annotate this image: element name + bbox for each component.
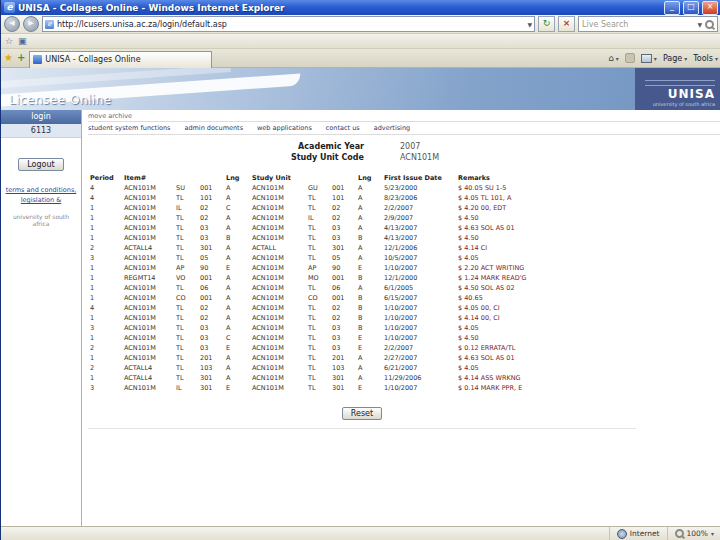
add-favorite-icon[interactable]: + <box>17 51 25 65</box>
table-row: 1ACN101MCO001AACN101MCO001B6/15/2007$ 40… <box>88 293 636 303</box>
search-icon[interactable] <box>705 20 714 29</box>
cell: A <box>356 223 382 233</box>
tools-menu[interactable]: Tools▾ <box>693 54 718 63</box>
nav-link[interactable]: advertising <box>374 124 410 132</box>
cell: ACN101M <box>122 383 174 393</box>
breadcrumb[interactable]: move archive <box>88 110 720 122</box>
cell: TL <box>306 363 330 373</box>
cell: 301 <box>330 383 356 393</box>
cell: A <box>356 193 382 203</box>
address-dropdown-icon[interactable]: ▼ <box>527 21 532 28</box>
cell: ACTALL4 <box>122 363 174 373</box>
cell: 05 <box>198 253 224 263</box>
top-nav-links: student system functionsadmin documentsw… <box>88 122 720 135</box>
cell: IL <box>174 203 198 213</box>
home-button[interactable]: ⌂▾ <box>608 53 619 63</box>
nav-link[interactable]: admin documents <box>184 124 243 132</box>
page-body: login 6113 Logout terms and conditions, … <box>1 110 720 526</box>
cell: A <box>224 303 250 313</box>
cell: 001 <box>330 273 356 283</box>
logo-text: UNISA <box>668 88 715 101</box>
logo-line <box>645 85 715 86</box>
browser-window: e UNISA - Collages Online - Windows Inte… <box>0 0 720 540</box>
cell: 2/2/2007 <box>382 343 456 353</box>
refresh-button[interactable]: ↻ <box>538 16 555 32</box>
unisa-logo: UNISA university of south africa <box>635 68 720 110</box>
table-row: 3ACN101MIL301EACN101MTL301E1/10/2007$ 0.… <box>88 383 636 393</box>
stop-button[interactable]: × <box>558 16 575 32</box>
table-row: 2ACTALL4TL301AACTALLTL301A12/1/2006$ 4.1… <box>88 243 636 253</box>
favorites-icon[interactable]: ☆ <box>5 35 13 47</box>
nav-link[interactable]: student system functions <box>88 124 170 132</box>
table-row: 1ACN101MTL02AACN101MIL02A2/9/2007$ 4.50 <box>88 213 636 223</box>
table-row: 4ACN101MTL02AACN101MTL02B1/10/2007$ 4.05… <box>88 303 636 313</box>
close-button[interactable]: × <box>702 1 718 15</box>
cell: ACN101M <box>250 273 306 283</box>
cell: 101 <box>198 193 224 203</box>
sidebar-links[interactable]: terms and conditions, legislation & <box>1 181 81 210</box>
cell: TL <box>174 323 198 333</box>
cell: $ 4.63 SOL AS 01 <box>456 353 636 363</box>
history-icon[interactable]: ▣ <box>18 35 27 47</box>
zone-label: Internet <box>630 529 660 538</box>
cell: $ 4.05 <box>456 253 636 263</box>
cell: $ 4.20 00, EDT <box>456 203 636 213</box>
search-box[interactable]: Live Search ▼ <box>578 16 718 32</box>
cell: ACN101M <box>122 303 174 313</box>
cell: ACN101M <box>250 343 306 353</box>
cell: $ 2.20 ACT WRITING <box>456 263 636 273</box>
address-bar[interactable]: e http://lcusers.unisa.ac.za/login/defau… <box>42 16 535 32</box>
table-row: 1ACN101MTL03BACN101MTL03B4/13/2007$ 4.50 <box>88 233 636 243</box>
cell: 02 <box>330 203 356 213</box>
cell: TL <box>306 283 330 293</box>
cell: TL <box>174 223 198 233</box>
cell: TL <box>174 353 198 363</box>
cell: ACTALL <box>250 243 306 253</box>
nav-link[interactable]: contact us <box>326 124 360 132</box>
minimize-button[interactable]: _ <box>664 1 680 15</box>
cell: $ 4.50 <box>456 213 636 223</box>
cell: AP <box>306 263 330 273</box>
search-options-icon[interactable]: ▼ <box>697 21 702 28</box>
page-menu[interactable]: Page▾ <box>663 54 687 63</box>
table-row: 4ACN101MTL101AACN101MTL101A8/23/2006$ 4.… <box>88 193 636 203</box>
cell: TL <box>174 303 198 313</box>
dropdown-caret-icon: ▾ <box>616 55 619 62</box>
cell: ACN101M <box>250 213 306 223</box>
favorites-star-icon[interactable]: ★ <box>4 51 13 65</box>
cell: B <box>224 233 250 243</box>
feeds-icon[interactable] <box>625 53 635 63</box>
maximize-button[interactable]: □ <box>683 1 699 15</box>
sidebar: login 6113 Logout terms and conditions, … <box>1 110 82 526</box>
back-button[interactable]: ◀ <box>4 16 20 32</box>
browser-tab[interactable]: UNISA - Collages Online <box>29 51 212 68</box>
cell: E <box>356 343 382 353</box>
cell: 4 <box>88 193 122 203</box>
logout-button[interactable]: Logout <box>18 158 63 171</box>
tab-bar: ★ + UNISA - Collages Online ⌂▾ ▾ Page▾ T… <box>1 49 720 68</box>
cell: 12/1/2006 <box>382 243 456 253</box>
cell: 2 <box>88 363 122 373</box>
window-title: UNISA - Collages Online - Windows Intern… <box>18 3 661 13</box>
cell: 02 <box>198 313 224 323</box>
reset-button[interactable]: Reset <box>342 407 382 420</box>
zoom-control[interactable]: 100% ▾ <box>667 527 720 540</box>
cell: ACN101M <box>250 183 306 193</box>
cell: TL <box>174 213 198 223</box>
cell: A <box>224 363 250 373</box>
print-button[interactable]: ▾ <box>641 54 657 63</box>
cell: IL <box>306 213 330 223</box>
sidebar-link[interactable]: legislation & <box>21 196 62 204</box>
cell: A <box>224 323 250 333</box>
sidebar-link[interactable]: terms and conditions, <box>6 186 77 194</box>
cell: ACN101M <box>250 323 306 333</box>
cell: A <box>224 183 250 193</box>
dropdown-caret-icon: ▾ <box>684 55 687 62</box>
table-row: 4ACN101MSU001AACN101MGU001A5/23/2000$ 40… <box>88 183 636 193</box>
cell: B <box>356 323 382 333</box>
forward-button[interactable]: ▶ <box>23 16 39 32</box>
cell: 301 <box>198 383 224 393</box>
nav-link[interactable]: web applications <box>257 124 312 132</box>
cell: GU <box>306 183 330 193</box>
cell: A <box>356 243 382 253</box>
